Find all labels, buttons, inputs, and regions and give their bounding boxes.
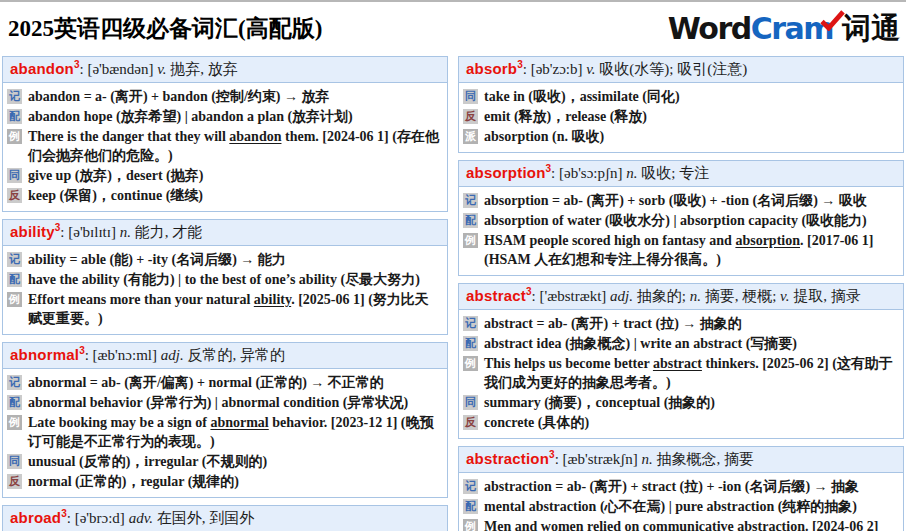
example-tag-icon: 例 <box>463 356 478 371</box>
text-segment: normal (正常的)，regular (规律的) <box>28 474 239 489</box>
text-segment: abnormal behavior (异常行为) | abnormal cond… <box>28 395 408 410</box>
underlined-word: abstraction <box>737 519 805 531</box>
entry-row: 同summary (摘要)，conceptual (抽象的) <box>463 393 897 412</box>
entry-row: 反concrete (具体的) <box>463 413 897 432</box>
entry-row: 配abnormal behavior (异常行为) | abnormal con… <box>7 393 441 412</box>
entry-row: 例HSAM people scored high on fantasy and … <box>463 231 897 269</box>
text-segment: There is the danger that they will <box>28 129 229 144</box>
row-text: This helps us become better abstract thi… <box>484 354 897 392</box>
row-text: abstraction = ab- (离开) + stract (拉) + -i… <box>484 477 859 496</box>
entry-header: abnormal3: [æb'nɔ:ml] adj. 反常的, 异常的 <box>3 343 447 369</box>
entry-header: abandon3: [ə'bændən] v. 抛弃, 放弃 <box>3 57 447 83</box>
mnemonic-tag-icon: 记 <box>463 193 478 208</box>
row-text: concrete (具体的) <box>484 413 589 432</box>
collocation-tag-icon: 配 <box>463 499 478 514</box>
text-segment: absorption (n. 吸收) <box>484 129 604 144</box>
headword: absorb <box>466 60 517 77</box>
phonetic: : ['æbstrækt] <box>532 288 611 304</box>
entry-header: ability3: [ə'bɪlɪtɪ] n. 能力, 才能 <box>3 220 447 246</box>
entry-header: absorption3: [əb'sɔ:pʃn] n. 吸收; 专注 <box>459 161 903 187</box>
collocation-tag-icon: 配 <box>7 272 22 287</box>
part-of-speech: v. <box>586 61 599 77</box>
row-text: abstract idea (抽象概念) | write an abstract… <box>484 334 797 353</box>
entry-row: 同take in (吸收)，assimilate (同化) <box>463 87 897 106</box>
entry-row: 记absorption = ab- (离开) + sorb (吸收) + -ti… <box>463 191 897 210</box>
part-of-speech: n. <box>626 165 641 181</box>
entry-header: abstract3: ['æbstrækt] adj. 抽象的; n. 摘要, … <box>459 284 903 310</box>
phonetic: : [æb'nɔ:ml] <box>85 347 161 363</box>
row-text: Effort means more than your natural abil… <box>28 290 441 328</box>
part-of-speech: v. <box>157 61 170 77</box>
definition: 摘要, 梗概; <box>705 288 780 304</box>
text-segment: abandon hope (放弃希望) | abandon a plan (放弃… <box>28 109 353 124</box>
right-column: absorb3: [əb'zɔ:b] v. 吸收(水等); 吸引(注意)同tak… <box>458 56 904 531</box>
phonetic: : [əb'sɔ:pʃn] <box>551 165 626 181</box>
entry-row: 例Late booking may be a sign of abnormal … <box>7 413 441 451</box>
text-segment: Late booking may be a sign of <box>28 415 210 430</box>
part-of-speech: adv. <box>129 510 157 526</box>
entry-header: abroad3: [ə'brɔ:d] adv. 在国外, 到国外 <box>3 506 447 531</box>
underlined-word: ability <box>254 292 291 307</box>
row-text: unusual (反常的)，irregular (不规则的) <box>28 452 267 471</box>
text-segment: unusual (反常的)，irregular (不规则的) <box>28 454 267 469</box>
synonym-tag-icon: 同 <box>463 395 478 410</box>
text-segment: abstraction = ab- (离开) + stract (拉) + -i… <box>484 479 859 494</box>
text-segment: give up (放弃)，desert (抛弃) <box>28 168 203 183</box>
entry-row: 例This helps us become better abstract th… <box>463 354 897 392</box>
derivative-tag-icon: 派 <box>463 129 478 144</box>
part-of-speech: n. <box>120 224 135 240</box>
part-of-speech: adj. <box>161 347 188 363</box>
entry-body: 记absorption = ab- (离开) + sorb (吸收) + -ti… <box>459 187 903 275</box>
mnemonic-tag-icon: 记 <box>7 375 22 390</box>
underlined-word: abnormal <box>210 415 268 430</box>
entry-row: 同give up (放弃)，desert (抛弃) <box>7 166 441 185</box>
antonym-tag-icon: 反 <box>463 415 478 430</box>
row-text: abnormal behavior (异常行为) | abnormal cond… <box>28 393 408 412</box>
example-tag-icon: 例 <box>463 519 478 531</box>
mnemonic-tag-icon: 记 <box>463 316 478 331</box>
row-text: Men and women relied on communicative ab… <box>484 517 897 531</box>
mnemonic-tag-icon: 记 <box>7 252 22 267</box>
row-text: There is the danger that they will aband… <box>28 127 441 165</box>
row-text: absorption (n. 吸收) <box>484 127 604 146</box>
entry-abstraction: abstraction3: [æb'strækʃn] n. 抽象概念, 摘要记a… <box>458 446 904 531</box>
row-text: normal (正常的)，regular (规律的) <box>28 472 239 491</box>
entry-row: 例Effort means more than your natural abi… <box>7 290 441 328</box>
text-segment: absorption = ab- (离开) + sorb (吸收) + -tio… <box>484 193 867 208</box>
part-of-speech: v. <box>780 288 793 304</box>
entry-abstract: abstract3: ['æbstrækt] adj. 抽象的; n. 摘要, … <box>458 283 904 439</box>
definition: 能力, 才能 <box>135 224 203 240</box>
text-segment: emit (释放)，release (释放) <box>484 109 647 124</box>
part-of-speech: adj. <box>610 288 637 304</box>
entry-row: 配mental abstraction (心不在焉) | pure abstra… <box>463 497 897 516</box>
text-segment: HSAM people scored high on fantasy and <box>484 233 735 248</box>
antonym-tag-icon: 反 <box>7 188 22 203</box>
underlined-word: abandon <box>229 129 281 144</box>
entry-ability: ability3: [ə'bɪlɪtɪ] n. 能力, 才能记ability =… <box>2 219 448 335</box>
text-segment: summary (摘要)，conceptual (抽象的) <box>484 395 715 410</box>
antonym-tag-icon: 反 <box>463 109 478 124</box>
entry-body: 记ability = able (能) + -ity (名词后缀) → 能力配h… <box>3 246 447 334</box>
text-segment: Effort means more than your natural <box>28 292 254 307</box>
text-segment: This helps us become better <box>484 356 653 371</box>
entry-body: 记abstraction = ab- (离开) + stract (拉) + -… <box>459 473 903 531</box>
text-segment: take in (吸收)，assimilate (同化) <box>484 89 680 104</box>
row-text: Late booking may be a sign of abnormal b… <box>28 413 441 451</box>
entry-header: abstraction3: [æb'strækʃn] n. 抽象概念, 摘要 <box>459 447 903 473</box>
entry-header: absorb3: [əb'zɔ:b] v. 吸收(水等); 吸引(注意) <box>459 57 903 83</box>
row-text: absorption = ab- (离开) + sorb (吸收) + -tio… <box>484 191 867 210</box>
text-segment: abandon = a- (离开) + bandon (控制/约束) → 放弃 <box>28 89 329 104</box>
entry-row: 记abandon = a- (离开) + bandon (控制/约束) → 放弃 <box>7 87 441 106</box>
example-tag-icon: 例 <box>7 129 22 144</box>
phonetic: : [ə'brɔ:d] <box>67 510 129 526</box>
logo-cn: 词通 <box>842 13 900 43</box>
phonetic: : [əb'zɔ:b] <box>523 61 587 77</box>
page-header: 2025英语四级必备词汇(高配版) WordCram 词通 <box>0 2 906 56</box>
entry-row: 配abandon hope (放弃希望) | abandon a plan (放… <box>7 107 441 126</box>
entry-row: 例Men and women relied on communicative a… <box>463 517 897 531</box>
left-column: abandon3: [ə'bændən] v. 抛弃, 放弃记abandon =… <box>2 56 448 531</box>
headword: abandon <box>10 60 74 77</box>
text-segment: ability = able (能) + -ity (名词后缀) → 能力 <box>28 252 286 267</box>
text-segment: concrete (具体的) <box>484 415 589 430</box>
collocation-tag-icon: 配 <box>7 109 22 124</box>
